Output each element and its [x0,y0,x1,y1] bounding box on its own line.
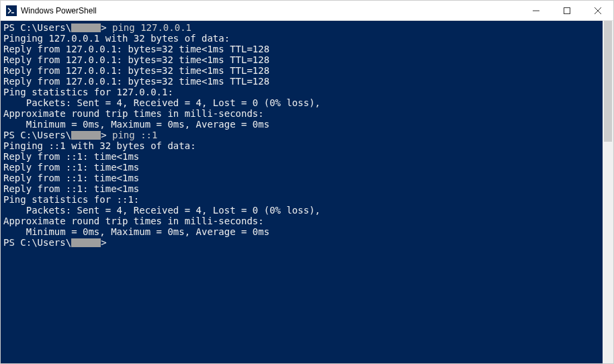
output-line: Packets: Sent = 4, Received = 4, Lost = … [3,205,600,216]
prompt-suffix: > [101,22,112,33]
output-line: Reply from ::1: time<1ms [3,162,600,173]
output-line: Minimum = 0ms, Maximum = 0ms, Average = … [3,119,600,130]
scrollbar[interactable] [603,21,613,363]
prompt-suffix: > [101,130,112,140]
terminal-output[interactable]: PS C:\Users\> ping 127.0.0.1Pinging 127.… [1,21,603,363]
output-line: Reply from 127.0.0.1: bytes=32 time<1ms … [3,54,600,65]
window-titlebar: Windows PowerShell [1,1,613,21]
output-line: Ping statistics for 127.0.0.1: [3,87,600,97]
window-controls [521,1,613,20]
command-text: ping 127.0.0.1 [112,22,191,33]
maximize-button[interactable] [552,1,582,20]
minimize-button[interactable] [521,1,552,20]
redacted-username [71,238,101,247]
close-button[interactable] [582,1,613,20]
prompt-line: PS C:\Users\> ping ::1 [3,130,600,140]
output-line: Packets: Sent = 4, Received = 4, Lost = … [3,97,600,108]
output-line: Approximate round trip times in milli-se… [3,108,600,119]
output-line: Reply from ::1: time<1ms [3,173,600,183]
prompt-suffix: > [101,237,112,248]
prompt-prefix: PS C:\Users\ [3,22,71,33]
terminal-area: PS C:\Users\> ping 127.0.0.1Pinging 127.… [1,21,613,363]
window-title: Windows PowerShell [21,6,521,15]
output-line: Minimum = 0ms, Maximum = 0ms, Average = … [3,226,600,237]
command-text: ping ::1 [112,130,157,140]
output-line: Reply from 127.0.0.1: bytes=32 time<1ms … [3,76,600,87]
powershell-icon [6,5,17,16]
redacted-username [71,24,101,32]
output-line: Approximate round trip times in milli-se… [3,216,600,226]
output-line: Reply from ::1: time<1ms [3,151,600,162]
output-line: Reply from ::1: time<1ms [3,183,600,194]
output-line: Pinging ::1 with 32 bytes of data: [3,140,600,151]
redacted-username [71,131,101,140]
output-line: Ping statistics for ::1: [3,194,600,205]
prompt-line: PS C:\Users\> [3,237,600,248]
prompt-line: PS C:\Users\> ping 127.0.0.1 [3,22,600,33]
output-line: Reply from 127.0.0.1: bytes=32 time<1ms … [3,65,600,76]
output-line: Pinging 127.0.0.1 with 32 bytes of data: [3,33,600,44]
prompt-prefix: PS C:\Users\ [3,237,71,248]
prompt-prefix: PS C:\Users\ [3,130,71,140]
output-line: Reply from 127.0.0.1: bytes=32 time<1ms … [3,44,600,54]
scroll-thumb[interactable] [604,21,612,142]
svg-rect-1 [564,7,570,13]
